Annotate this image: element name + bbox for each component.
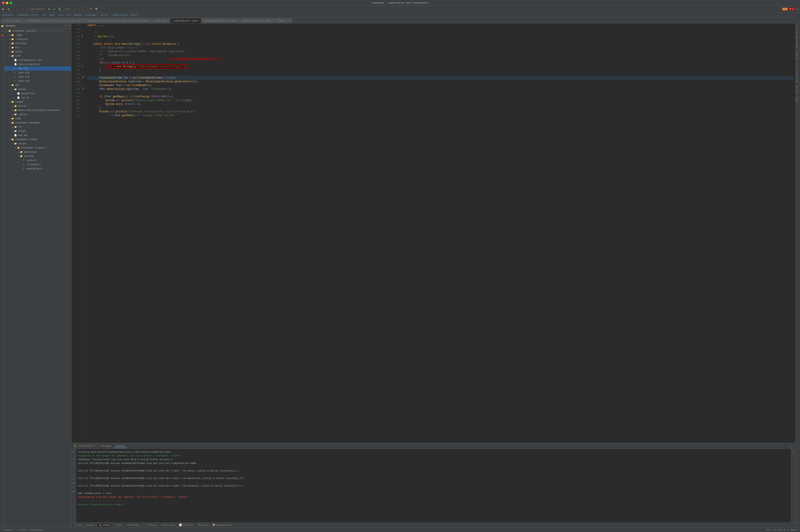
- debug-wrap-btn[interactable]: ⊞: [793, 450, 794, 454]
- tree-item-zookeeper-assembly[interactable]: ▼ 📁 zookeeper-assembly: [5, 121, 71, 125]
- git-status[interactable]: ⎇ master: [2, 529, 13, 531]
- breadcrumb-zookeeper2[interactable]: zookeeper: [85, 14, 97, 16]
- tab-nettyserver[interactable]: J NettyServerCnxn.java ×: [239, 18, 275, 23]
- toolbar-forward-btn[interactable]: →: [20, 7, 25, 11]
- tree-item-generated[interactable]: ▶ 📁 generated: [5, 150, 71, 154]
- tree-item-zoo1cfg[interactable]: ⚙ zoo1.cfg: [5, 71, 71, 75]
- debug-scroll-btn[interactable]: ⬇: [72, 486, 75, 489]
- run-gutter-btn-46[interactable]: ▶: [82, 35, 83, 37]
- debug-settings-btn[interactable]: ⚙: [789, 444, 791, 448]
- tree-item-dockerfile[interactable]: 📄 Dockerfile: [5, 92, 71, 96]
- maven-icon[interactable]: Maven: [796, 95, 800, 103]
- debug-evaluate-btn[interactable]: ≡: [72, 477, 75, 481]
- line-ending[interactable]: LF: [774, 529, 776, 531]
- breadcrumb-org[interactable]: org: [67, 14, 71, 16]
- toolbar-git-checkmark[interactable]: ✓: [72, 7, 77, 11]
- tab-debugger[interactable]: Debugger: [99, 444, 114, 448]
- tree-item-src[interactable]: ▶ 📁 src: [5, 125, 71, 129]
- run-gutter-btn-51[interactable]: ▶: [82, 65, 83, 67]
- tree-item-maven-shared[interactable]: ▶ 📁 maven-shared-archive-resources: [5, 108, 71, 112]
- breadcrumb-logformatter[interactable]: LogFormatter: [112, 14, 128, 16]
- tree-item-pomxml[interactable]: 📄 pom.xml: [5, 133, 71, 137]
- indent[interactable]: 4 spaces: [787, 529, 798, 531]
- tab-debug[interactable]: 🐛 Debug: [97, 523, 112, 527]
- panel-tool-close[interactable]: ×: [69, 25, 70, 27]
- tree-item-proto-h[interactable]: H proto.h: [5, 158, 71, 163]
- structure-icon[interactable]: ≡: [0, 38, 4, 42]
- toolbar-run-config-btn[interactable]: ▼: [46, 7, 51, 11]
- art-icon[interactable]: Art: [796, 62, 800, 66]
- tree-item-include[interactable]: ▼ 📁 include: [5, 154, 71, 158]
- tab-snapshotformatter-close[interactable]: ×: [236, 20, 238, 22]
- tab-zookeeper5[interactable]: J ZooKeeper_5_GetChildren_API_Sync_Usage…: [86, 18, 152, 23]
- debug-run-cursor-btn[interactable]: ⤵: [72, 474, 75, 477]
- tab-snapshotformatter[interactable]: J SnapshotFormatter.java ×: [201, 18, 240, 23]
- tree-item-dev[interactable]: ▼ 📁 dev: [5, 83, 71, 87]
- tree-item-idea[interactable]: ▶ 📁 .idea: [5, 33, 71, 37]
- debug-restart-btn[interactable]: ▶: [72, 450, 75, 453]
- tab-nettyserver-close[interactable]: ×: [272, 20, 273, 22]
- debug-tab-close[interactable]: ×: [97, 445, 98, 447]
- close-button[interactable]: [2, 2, 5, 4]
- tree-item-winconfig-h[interactable]: H winconfig.h: [5, 167, 71, 171]
- tree-item-bin[interactable]: ▶ 📁 bin: [5, 45, 71, 50]
- tree-item-plxarc[interactable]: ▶ 📁 .plxarc: [5, 112, 71, 116]
- tab-testxx-close[interactable]: ×: [21, 20, 22, 22]
- toolbar-search-btn[interactable]: 🔍: [94, 7, 99, 11]
- toolbar-run-green[interactable]: ▶: [52, 7, 56, 11]
- tab-services[interactable]: ⚙ Services: [160, 523, 176, 527]
- panel-tool-collapse[interactable]: −: [67, 25, 68, 27]
- maximize-button[interactable]: [10, 2, 12, 4]
- tab-cover[interactable]: ◫ Cover: [85, 523, 97, 527]
- cursor-position[interactable]: 16:1: [766, 529, 771, 531]
- breadcrumb-apache[interactable]: apache: [74, 14, 82, 16]
- project-icon[interactable]: 📁: [0, 24, 4, 28]
- breadcrumb-server2[interactable]: server: [100, 14, 109, 16]
- tab-logformatter[interactable]: J LogFormatter.java ×: [170, 18, 201, 23]
- encoding[interactable]: UTF-8: [778, 529, 785, 531]
- tree-item-zoocfg[interactable]: ⚙ zoo.cfg: [5, 66, 71, 71]
- tab-testxx[interactable]: J TestXX.java ×: [1, 18, 24, 23]
- tree-item-client-c[interactable]: ▼ 📁 zookeeper-client-c: [5, 146, 71, 150]
- toolbar-git-down[interactable]: ↓: [82, 7, 86, 11]
- tab-problems[interactable]: ⚠ Problems: [124, 523, 141, 527]
- breadcrumb-server[interactable]: zookeeper-server: [17, 14, 39, 16]
- tree-item-build[interactable]: ▶ 📁 build: [5, 50, 71, 54]
- breadcrumb-main[interactable]: main: [50, 14, 55, 16]
- breadcrumb-mainmethod[interactable]: main: [131, 14, 137, 16]
- window-controls[interactable]: [2, 2, 12, 4]
- tab-zkda[interactable]: J ZKDa... ×: [275, 18, 293, 23]
- tree-item-configuration[interactable]: 📄 configuration.xls: [5, 58, 71, 62]
- tab-terminal[interactable]: ⬛ Terminal: [142, 523, 160, 527]
- breadcrumb-java[interactable]: java: [58, 14, 63, 16]
- toolbar-back-btn[interactable]: ←: [15, 7, 20, 11]
- restservices-icon[interactable]: RestServices: [796, 24, 800, 39]
- debug-collapse-btn[interactable]: −: [792, 444, 794, 448]
- debug-step-over-btn[interactable]: ↷: [72, 462, 75, 465]
- tab-profiler[interactable]: 📊 Profiler: [177, 523, 195, 527]
- debug-print-btn[interactable]: 🖨: [72, 489, 75, 493]
- tree-item-temp[interactable]: ▶ 📁 temp: [5, 116, 71, 121]
- tree-item-zoo2cfg[interactable]: ⚙ zoo2.cfg: [5, 75, 71, 79]
- tab-git[interactable]: ⎇ Git: [73, 523, 83, 527]
- debug-clear-btn[interactable]: 🗑: [72, 481, 75, 485]
- tab-zkda-close[interactable]: ×: [289, 20, 290, 22]
- bookmarks-icon[interactable]: 🔖: [0, 33, 4, 37]
- debug-stop-btn[interactable]: ■: [72, 454, 75, 457]
- tab-zookeeper4-close[interactable]: ×: [82, 20, 83, 22]
- tree-item-zoo3cfg[interactable]: ⚙ zoo3.cfg: [5, 79, 71, 83]
- notifications-icon[interactable]: Notifications: [796, 67, 800, 83]
- debug-step-out-btn[interactable]: ↑: [72, 470, 75, 473]
- commit-icon[interactable]: ✔: [0, 29, 4, 33]
- tab-dependencies[interactable]: 📦 Dependencies: [211, 523, 234, 527]
- breadcrumb-src[interactable]: src: [42, 14, 46, 16]
- tab-overflow-btn[interactable]: ⋮: [293, 20, 298, 23]
- tree-item-target3[interactable]: ▼ 📁 target: [5, 141, 71, 146]
- toolbar-debug-bug[interactable]: 🐛: [57, 7, 63, 11]
- tab-build[interactable]: 🔨 Build: [196, 523, 210, 527]
- debug-pause-btn[interactable]: ⏸: [72, 458, 75, 461]
- tab-logformatter-close[interactable]: ×: [198, 20, 199, 22]
- tree-item-zookeeper-client[interactable]: ▼ 📁 zookeeper-client: [5, 137, 71, 141]
- run-gutter-btn-60[interactable]: ⬛: [82, 87, 85, 90]
- breadcrumb-zookeeper[interactable]: zookeeper: [2, 14, 14, 16]
